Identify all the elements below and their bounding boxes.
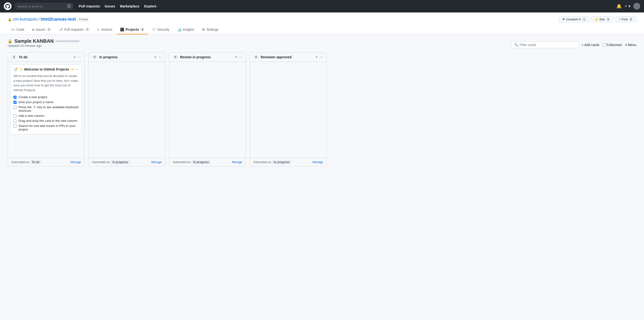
column-todo-automated-badge: To do [30,160,41,164]
checklist-item-1: Give your project a name [14,100,79,104]
menu-label: Menu [628,43,636,47]
watch-label: Unwatch [566,17,578,21]
kanban-board: 3 To do + ··· 📝 ✨ Welcome to GitHub Proj… [8,52,636,166]
project-actions: 🔍 + Add cards ⛶ Fullscreen ≡ Menu [512,41,636,48]
checklist-checkbox-1[interactable] [14,101,16,104]
actions-icon: ▷ [97,27,100,31]
tab-issues[interactable]: ● Issues 0 [29,25,55,34]
add-cards-button[interactable]: + Add cards [582,43,599,47]
user-avatar[interactable] [634,3,640,9]
search-placeholder: Search or jump to... [18,4,45,8]
menu-icon: ≡ [625,43,627,47]
repo-owner[interactable]: cm-kumazen [13,17,38,22]
insights-icon: 📊 [177,27,181,31]
column-review-automated-label: Automated as In progress [173,160,211,164]
checklist-checkbox-2[interactable] [14,106,16,109]
pr-count: 0 [85,28,90,31]
column-review-in-progress: 0 Review in progress + ··· Automated as … [169,52,246,166]
tab-insights-label: Insights [183,27,194,31]
main-content: 🔒 Sample KANBAN Updated 16 minutes ago 🔍… [0,34,644,170]
eye-icon: 👁 [562,17,565,21]
column-todo-title: To do [19,55,72,59]
checklist-text-3: Add a new column [18,114,44,118]
column-reviewer-manage[interactable]: Manage [313,160,323,164]
column-todo-count: 3 [11,55,17,59]
repo-header: 🔒 cm-kumazen / html2canvas-test Private … [0,12,644,34]
settings-icon: ⚙ [202,27,205,31]
card-welcome-checklist: Create a new project Give your project a… [14,95,79,131]
nav-explore[interactable]: Explore [144,4,156,8]
column-todo-add[interactable]: + [74,55,76,59]
column-review-menu[interactable]: ··· [239,55,242,59]
repo-name[interactable]: html2canvas-test [40,17,76,22]
tab-actions[interactable]: ▷ Actions [94,25,116,34]
tab-pull-requests[interactable]: ⎇ Pull requests 0 [56,25,93,34]
watch-button[interactable]: 👁 Unwatch ▾ 1 [559,16,590,22]
checklist-item-4: Drag and drop this card to the new colum… [14,119,79,123]
projects-icon: ⬛ [120,27,124,31]
tab-settings-label: Settings [206,27,219,31]
column-in-progress-add[interactable]: + [154,55,156,59]
column-in-progress: 0 In progress + ··· Automated as In prog… [88,52,165,166]
checklist-checkbox-5[interactable] [14,124,16,128]
card-note-icon: 📝 [14,67,18,71]
column-reviewer-body [250,62,326,158]
column-review-body [169,62,246,158]
checklist-checkbox-3[interactable] [14,114,16,118]
column-review-manage[interactable]: Manage [232,160,242,164]
fullscreen-button[interactable]: ⛶ Fullscreen [602,43,622,47]
checklist-checkbox-0[interactable] [14,96,16,99]
new-item-button[interactable]: + ▾ [624,3,630,9]
tab-projects-label: Projects [126,27,139,31]
star-button[interactable]: ⭐ Star 0 [592,16,614,22]
slash-key: / [67,4,71,8]
filter-cards-container[interactable]: 🔍 [512,41,579,48]
fork-button[interactable]: ⑂ Fork 0 [616,16,636,22]
pr-icon: ⎇ [59,27,63,31]
code-icon: <> [11,27,15,31]
column-review-footer: Automated as In progress Manage [169,158,246,166]
column-todo-footer: Automated as To do Manage [8,158,84,166]
notifications-button[interactable]: 🔔 [616,3,622,9]
column-todo-menu[interactable]: ··· [78,55,81,59]
tab-code[interactable]: <> Code [8,25,28,34]
add-cards-label: + Add cards [582,43,599,47]
lock-icon: 🔒 [8,17,12,21]
tab-settings[interactable]: ⚙ Settings [198,25,222,34]
column-in-progress-automated-badge: In progress [110,160,130,164]
nav-marketplace[interactable]: Marketplace [120,4,140,8]
project-header: 🔒 Sample KANBAN Updated 16 minutes ago 🔍… [8,38,636,51]
fork-count: 0 [629,18,633,21]
card-welcome-header: 📝 ✨ Welcome to GitHub Projects ✨ ··· [14,67,79,72]
issues-count: 0 [47,28,52,31]
search-box[interactable]: Search or jump to... / [15,3,73,9]
column-in-progress-count: 0 [92,55,98,59]
fullscreen-icon: ⛶ [602,43,606,47]
column-todo-manage[interactable]: Manage [70,160,81,164]
column-in-progress-manage[interactable]: Manage [151,160,162,164]
column-reviewer-add[interactable]: + [316,55,318,59]
github-logo[interactable] [4,2,12,10]
column-reviewer-automated-label: Automated as In progress [253,160,292,164]
tab-projects[interactable]: ⬛ Projects 1 [117,25,148,34]
nav-issues[interactable]: Issues [105,4,115,8]
tab-security[interactable]: 🛡 Security [149,25,173,34]
nav-pull-requests[interactable]: Pull requests [79,4,100,8]
projects-count: 1 [140,28,145,31]
project-title-area: 🔒 Sample KANBAN Updated 16 minutes ago [8,38,80,51]
column-reviewer-title: Reviewer approved [261,55,314,59]
column-todo-automated-label: Automated as To do [11,160,41,164]
top-nav: Search or jump to... / Pull requests Iss… [0,0,644,12]
project-title: 🔒 Sample KANBAN [8,38,80,44]
column-in-progress-menu[interactable]: ··· [158,55,162,59]
column-reviewer-approved: 0 Reviewer approved + ··· Automated as I… [250,52,326,166]
column-review-add[interactable]: + [235,55,237,59]
menu-button[interactable]: ≡ Menu [625,43,636,47]
watch-count: 1 [582,18,586,21]
column-reviewer-menu[interactable]: ··· [320,55,323,59]
checklist-text-5: Search for and add issues or PRs to your… [18,124,79,131]
card-welcome-menu[interactable]: ··· [76,67,79,72]
checklist-checkbox-4[interactable] [14,119,16,123]
tab-insights[interactable]: 📊 Insights [174,25,198,34]
filter-cards-input[interactable] [520,43,576,47]
